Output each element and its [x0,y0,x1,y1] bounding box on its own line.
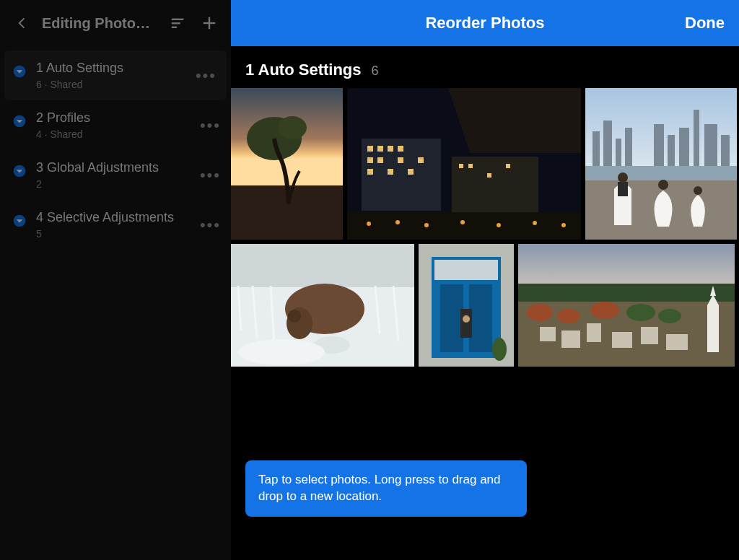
svg-point-38 [497,223,501,227]
svg-rect-19 [377,146,383,152]
svg-point-57 [694,186,702,195]
svg-rect-48 [694,110,699,167]
svg-rect-4 [204,22,216,24]
svg-point-12 [278,116,307,139]
sidebar-title: Editing Photo… [42,15,157,32]
svg-rect-2 [172,27,177,28]
chevron-down-icon [12,213,27,229]
svg-rect-43 [603,121,612,167]
photo-thumb[interactable] [585,88,737,240]
svg-rect-30 [468,164,473,168]
album-title: 1 Auto Settings [36,61,217,76]
more-icon[interactable]: ••• [200,216,221,235]
album-title: 2 Profiles [36,110,221,126]
svg-rect-28 [408,169,414,175]
svg-rect-89 [612,332,632,348]
svg-rect-22 [367,157,373,163]
album-meta: 5 [36,228,221,240]
svg-rect-46 [654,124,664,167]
svg-rect-26 [367,169,373,175]
svg-point-76 [463,315,470,323]
svg-rect-72 [434,260,498,280]
more-icon[interactable]: ••• [200,166,221,185]
photo-thumb[interactable] [347,88,581,240]
photo-thumb[interactable] [419,244,514,367]
svg-rect-88 [587,323,601,342]
main-panel: Reorder Photos Done 1 Auto Settings 6 [231,0,739,560]
chevron-down-icon [12,64,27,79]
album-meta: 4 · Shared [36,128,221,140]
album-title: 3 Global Adjustments [36,160,221,175]
main-header: Reorder Photos Done [231,0,739,46]
svg-marker-92 [707,294,719,352]
more-icon[interactable]: ••• [200,116,221,135]
svg-rect-29 [459,164,463,168]
svg-rect-17 [452,157,538,214]
svg-rect-0 [172,19,184,20]
album-item-selective-adjustments[interactable]: 4 Selective Adjustments 5 ••• [0,200,231,250]
svg-rect-24 [398,157,403,163]
svg-rect-54 [618,182,628,196]
svg-rect-78 [518,244,735,287]
svg-rect-42 [592,131,600,167]
album-meta: 6 · Shared [36,79,217,90]
album-item-profiles[interactable]: 2 Profiles 4 · Shared ••• [0,100,231,150]
sidebar: Editing Photo… 1 Auto Settings 6 · Share… [0,0,231,560]
svg-rect-50 [704,124,717,167]
photo-thumb[interactable] [231,88,343,240]
sidebar-header: Editing Photo… [0,0,231,46]
svg-point-39 [533,221,537,225]
sort-icon[interactable] [166,12,189,35]
photo-thumb[interactable] [518,244,735,367]
album-item-auto-settings[interactable]: 1 Auto Settings 6 · Shared ••• [4,51,227,100]
svg-rect-33 [347,212,581,240]
svg-rect-49 [679,128,689,167]
svg-rect-73 [440,284,463,352]
svg-point-56 [658,180,668,190]
svg-point-34 [367,222,371,226]
photo-thumb[interactable] [231,244,414,367]
svg-rect-23 [377,157,383,163]
done-button[interactable]: Done [685,14,725,32]
svg-rect-86 [540,327,556,341]
app-root: Editing Photo… 1 Auto Settings 6 · Share… [0,0,739,560]
svg-rect-44 [616,139,621,167]
svg-rect-75 [460,309,472,338]
album-title: 4 Selective Adjustments [36,210,221,225]
svg-rect-31 [487,173,491,178]
add-icon[interactable] [198,12,221,35]
svg-rect-1 [172,22,180,24]
svg-rect-25 [418,157,424,163]
svg-rect-20 [388,146,393,152]
svg-point-69 [238,339,325,365]
svg-point-85 [658,309,681,323]
svg-rect-51 [721,135,730,167]
svg-rect-91 [666,334,688,350]
svg-rect-21 [398,146,403,152]
svg-point-40 [561,223,566,227]
section-header: 1 Auto Settings 6 [231,46,739,88]
chevron-down-icon [12,113,27,129]
svg-rect-18 [367,146,373,152]
album-item-global-adjustments[interactable]: 3 Global Adjustments 2 ••• [0,150,231,200]
svg-rect-90 [641,327,658,344]
svg-point-81 [527,304,553,321]
more-icon[interactable]: ••• [196,66,217,85]
svg-point-83 [590,302,619,319]
svg-point-77 [492,338,507,361]
svg-point-55 [618,172,628,183]
svg-point-67 [288,310,301,323]
svg-rect-59 [231,244,414,287]
album-meta: 2 [36,178,221,190]
section-count: 6 [372,64,379,79]
svg-rect-45 [625,128,632,167]
svg-point-82 [557,309,580,323]
svg-rect-74 [469,284,492,352]
back-icon[interactable] [10,12,33,35]
chevron-down-icon [12,163,27,179]
svg-rect-27 [388,169,393,175]
svg-point-35 [395,220,400,224]
photo-grid [231,88,739,367]
hint-toast: Tap to select photos. Long press to drag… [245,460,527,517]
page-title: Reorder Photos [425,14,544,32]
